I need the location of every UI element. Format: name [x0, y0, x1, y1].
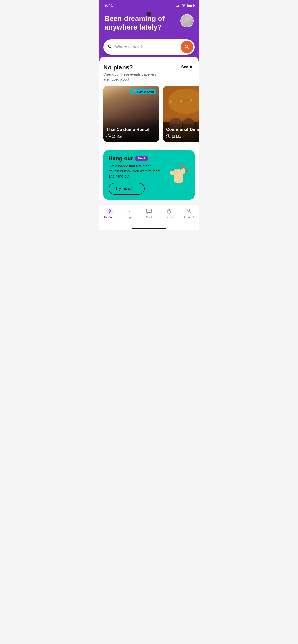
main-content: No plans? Check out these events travell… [99, 57, 199, 200]
svg-line-4 [188, 47, 189, 49]
search-bar: Where to next? [103, 39, 195, 55]
trips-icon [126, 208, 133, 215]
event-card-2-title: Communal Dinner [166, 127, 199, 132]
svg-rect-14 [111, 113, 117, 117]
nav-label-explore: Explore [104, 216, 114, 219]
svg-rect-45 [174, 169, 177, 175]
new-badge: New! [135, 156, 148, 161]
svg-rect-48 [182, 168, 185, 174]
search-icon-left [107, 44, 113, 50]
try-now-button[interactable]: Try now! → [109, 183, 145, 195]
avatar[interactable] [180, 14, 194, 27]
bottom-nav: Explore Trips Chat [99, 205, 199, 226]
svg-line-2 [111, 47, 112, 49]
svg-rect-46 [177, 169, 180, 174]
svg-point-50 [109, 211, 110, 212]
home-indicator [99, 226, 199, 230]
event-badge-1: 🏨 Hostel event [130, 89, 156, 94]
nav-item-events[interactable]: Events [161, 208, 177, 219]
account-icon [185, 208, 192, 215]
search-btn-icon [184, 44, 189, 50]
notification-dot [146, 12, 151, 16]
events-icon [165, 208, 172, 215]
search-button[interactable] [181, 41, 193, 53]
signal-icon [176, 4, 180, 7]
clock-icon-1 [106, 134, 111, 138]
hangout-description: Get a badge that lets other travellers k… [109, 164, 164, 179]
search-placeholder-text[interactable]: Where to next? [115, 45, 181, 49]
section-title: No plans? [103, 64, 162, 71]
status-icons [176, 4, 194, 8]
nav-item-account[interactable]: Account [181, 208, 196, 219]
explore-icon [106, 208, 113, 215]
no-plans-header: No plans? Check out these events travell… [103, 64, 195, 82]
hangout-card: Hang out New! Get a badge that lets othe… [103, 150, 195, 200]
status-time: 9:41 [104, 3, 113, 8]
nav-item-trips[interactable]: Trips [121, 208, 137, 219]
nav-label-events: Events [165, 216, 173, 219]
hangout-title-row: Hang out New! [109, 155, 164, 162]
nav-label-chat: Chat [146, 216, 152, 219]
nav-label-account: Account [184, 216, 194, 219]
hangout-title: Hang out [109, 155, 133, 162]
svg-rect-58 [146, 209, 152, 213]
battery-icon [187, 4, 194, 7]
header: Been dreaming of anywhere lately? [99, 10, 199, 39]
svg-rect-57 [129, 211, 130, 212]
event-card-2[interactable]: 🏨 Communal Dinner 12 Mar [163, 86, 199, 142]
see-all-button[interactable]: See All [181, 65, 195, 69]
svg-point-61 [188, 209, 190, 211]
clock-icon-2 [166, 134, 170, 138]
header-title: Been dreaming of anywhere lately? [104, 14, 171, 31]
event-card-1-overlay: Thai Costume Rental 12 Mar [103, 117, 159, 142]
hangout-content: Hang out New! Get a badge that lets othe… [109, 155, 164, 195]
event-card-2-overlay: Communal Dinner 12 Mar [163, 117, 199, 142]
svg-point-0 [184, 6, 184, 7]
wifi-icon [182, 4, 186, 8]
chat-icon [145, 208, 153, 215]
nav-label-trips: Trips [126, 216, 132, 219]
event-card-1-title: Thai Costume Rental [106, 127, 156, 132]
home-bar [132, 228, 166, 229]
event-card-1-date: 12 Mar [106, 134, 156, 138]
events-scroll: 🏨 Hostel event Thai Costume Rental 12 Ma… [99, 86, 199, 144]
event-card-1[interactable]: 🏨 Hostel event Thai Costume Rental 12 Ma… [103, 86, 159, 142]
section-subtitle: Check out these events travellers are hy… [103, 72, 162, 82]
nav-item-explore[interactable]: Explore [102, 208, 117, 219]
event-card-2-date: 12 Mar [166, 134, 199, 138]
status-bar: 9:41 [99, 0, 199, 10]
svg-rect-26 [105, 103, 128, 108]
nav-item-chat[interactable]: Chat [141, 208, 157, 219]
hangout-icon [167, 164, 189, 186]
